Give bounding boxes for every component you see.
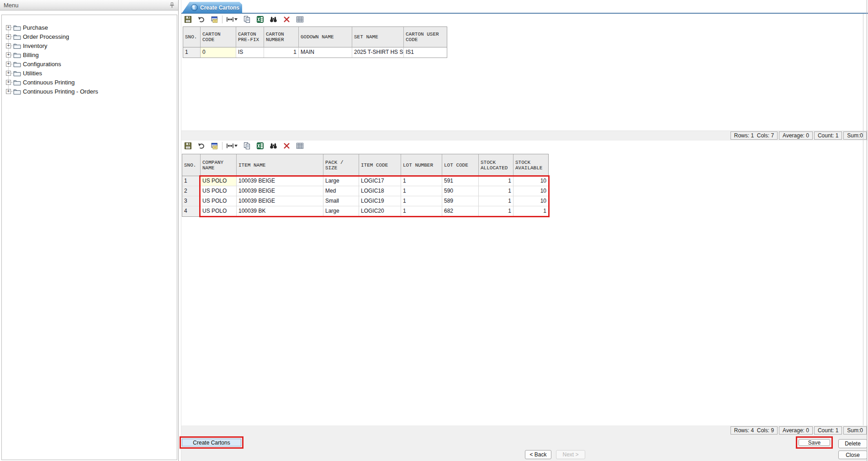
cell-carton-user-code[interactable]: IS1 <box>404 47 447 58</box>
toolbar-find-button[interactable] <box>269 141 278 150</box>
cell-lot-code[interactable]: 590 <box>442 186 479 196</box>
cell-stock-allocated[interactable]: 1 <box>479 186 513 196</box>
toolbar-print-preview-button[interactable] <box>210 141 219 150</box>
column-header-item-code[interactable]: ITEM CODE <box>359 154 401 176</box>
toolbar-export-excel-button[interactable] <box>255 141 265 150</box>
toolbar-delete-button[interactable] <box>282 15 291 24</box>
sidebar-item-continuous-printing[interactable]: + Continuous Printing <box>2 78 177 87</box>
sidebar-item-billing[interactable]: + Billing <box>2 50 177 59</box>
toolbar-print-preview-button[interactable] <box>210 15 219 24</box>
column-header-carton-user-code[interactable]: CARTON USER CODE <box>404 27 447 47</box>
sidebar-item-order-processing[interactable]: + Order Processing <box>2 32 177 41</box>
cell-godown-name[interactable]: MAIN <box>299 47 352 58</box>
expand-icon[interactable]: + <box>6 71 11 76</box>
toolbar-delete-button[interactable] <box>282 141 291 150</box>
column-header-item-name[interactable]: ITEM NAME <box>237 154 323 176</box>
next-button[interactable]: Next > <box>556 450 585 459</box>
pin-icon[interactable] <box>169 2 175 8</box>
column-header-stock-available[interactable]: STOCK AVAILABLE <box>513 154 548 176</box>
cell-stock-allocated[interactable]: 1 <box>479 206 513 216</box>
column-header-carton-code[interactable]: CARTON CODE <box>201 27 236 47</box>
column-header-sno[interactable]: SNO. <box>183 27 201 47</box>
toolbar-undo-button[interactable] <box>196 15 206 24</box>
column-header-godown-name[interactable]: GODOWN NAME <box>299 27 352 47</box>
cell-pack-size[interactable]: Med <box>323 186 359 196</box>
cell-pack-size[interactable]: Large <box>323 176 359 186</box>
expand-icon[interactable]: + <box>6 52 11 58</box>
cell-stock-allocated[interactable]: 1 <box>479 176 513 186</box>
cell-stock-available[interactable]: 10 <box>513 186 548 196</box>
expand-icon[interactable]: + <box>6 43 11 48</box>
cell-company-name[interactable]: US POLO <box>201 186 237 196</box>
toolbar-grid-view-button[interactable] <box>295 15 304 24</box>
sidebar-item-purchase[interactable]: + Purchase <box>2 23 177 32</box>
expand-icon[interactable]: + <box>6 25 11 30</box>
toolbar-copy-button[interactable] <box>242 15 251 24</box>
row-header-cell[interactable]: 1 <box>182 176 201 186</box>
cell-company-name[interactable]: US POLO <box>201 196 237 206</box>
delete-button[interactable]: Delete <box>838 439 867 448</box>
sidebar-item-utilities[interactable]: + Utilities <box>2 68 177 78</box>
expand-icon[interactable]: + <box>6 80 11 85</box>
sidebar-item-continuous-printing-orders[interactable]: + Continuous Printing - Orders <box>2 87 177 96</box>
cell-lot-code[interactable]: 589 <box>442 196 479 206</box>
toolbar-export-excel-button[interactable] <box>255 15 265 24</box>
toolbar-column-width-button[interactable] <box>226 15 238 24</box>
cell-stock-available[interactable]: 10 <box>513 176 548 186</box>
cell-lot-code[interactable]: 682 <box>442 206 479 216</box>
cell-carton-code[interactable]: 0 <box>201 47 236 58</box>
toolbar-save-button[interactable] <box>183 141 192 150</box>
row-header-cell[interactable]: 3 <box>182 196 201 206</box>
cell-carton-number[interactable]: 1 <box>264 47 299 58</box>
column-header-carton-prefix[interactable]: CARTON PRE-FIX <box>236 27 264 47</box>
toolbar-copy-button[interactable] <box>242 141 251 150</box>
cell-stock-available[interactable]: 10 <box>513 196 548 206</box>
cell-item-name[interactable]: 100039 BEIGE <box>237 176 323 186</box>
cell-pack-size[interactable]: Large <box>323 206 359 216</box>
expand-icon[interactable]: + <box>6 62 11 67</box>
column-header-company-name[interactable]: COMPANY NAME <box>201 154 237 176</box>
cell-item-code[interactable]: LOGIC18 <box>359 186 401 196</box>
expand-icon[interactable]: + <box>6 89 11 94</box>
toolbar-undo-button[interactable] <box>196 141 206 150</box>
toolbar-column-width-button[interactable] <box>226 141 238 150</box>
row-header-cell[interactable]: 4 <box>182 206 201 216</box>
tab-create-cartons[interactable]: L Create Cartons <box>182 2 242 13</box>
cell-item-code[interactable]: LOGIC17 <box>359 176 401 186</box>
sidebar-item-inventory[interactable]: + Inventory <box>2 41 177 50</box>
cell-lot-code[interactable]: 591 <box>442 176 479 186</box>
expand-icon[interactable]: + <box>6 34 11 39</box>
sidebar-item-configurations[interactable]: + Configurations <box>2 59 177 68</box>
cell-carton-prefix[interactable]: IS <box>236 47 264 58</box>
close-button[interactable]: Close <box>838 451 867 459</box>
cell-set-name[interactable]: 2025 T-SHIRT HS S- <box>352 47 404 58</box>
column-header-pack-size[interactable]: PACK / SIZE <box>323 154 359 176</box>
cell-stock-allocated[interactable]: 1 <box>479 196 513 206</box>
cell-company-name[interactable]: US POLO <box>201 206 237 216</box>
column-header-carton-number[interactable]: CARTON NUMBER <box>264 27 299 47</box>
cell-lot-number[interactable]: 1 <box>401 196 442 206</box>
column-header-stock-allocated[interactable]: STOCK ALLOCATED <box>479 154 513 176</box>
cell-item-code[interactable]: LOGIC19 <box>359 196 401 206</box>
cell-lot-number[interactable]: 1 <box>401 206 442 216</box>
column-header-sno[interactable]: SNO. <box>182 154 201 176</box>
cell-item-name[interactable]: 100039 BEIGE <box>237 196 323 206</box>
toolbar-grid-view-button[interactable] <box>295 141 304 150</box>
cell-pack-size[interactable]: Small <box>323 196 359 206</box>
cell-lot-number[interactable]: 1 <box>401 176 442 186</box>
back-button[interactable]: < Back <box>525 450 551 459</box>
column-header-set-name[interactable]: SET NAME <box>352 27 404 47</box>
row-header-cell[interactable]: 1 <box>183 47 201 58</box>
column-header-lot-number[interactable]: LOT NUMBER <box>401 154 442 176</box>
cell-item-name[interactable]: 100039 BK <box>237 206 323 216</box>
cell-lot-number[interactable]: 1 <box>401 186 442 196</box>
row-header-cell[interactable]: 2 <box>182 186 201 196</box>
cell-company-name[interactable]: US POLO <box>201 176 237 186</box>
column-header-lot-code[interactable]: LOT CODE <box>442 154 479 176</box>
toolbar-save-button[interactable] <box>183 15 192 24</box>
cell-stock-available[interactable]: 1 <box>513 206 548 216</box>
panel-splitter[interactable] <box>178 0 179 461</box>
cell-item-code[interactable]: LOGIC20 <box>359 206 401 216</box>
toolbar-find-button[interactable] <box>269 15 278 24</box>
cell-item-name[interactable]: 100039 BEIGE <box>237 186 323 196</box>
